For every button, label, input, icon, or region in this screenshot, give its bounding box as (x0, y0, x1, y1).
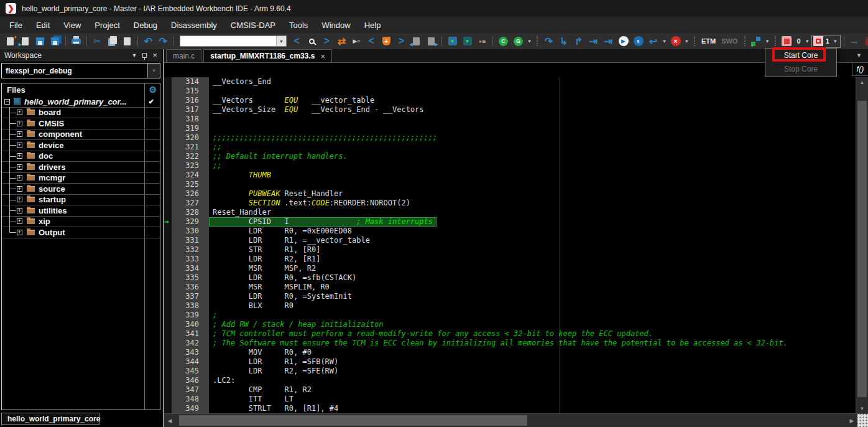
code-line-339[interactable]: 339; (164, 311, 855, 320)
menu-debug[interactable]: Debug (127, 18, 164, 32)
expand-icon[interactable]: + (17, 230, 22, 235)
run-to-cursor-button[interactable]: ⇥ (601, 35, 616, 47)
pin-icon[interactable] (142, 53, 147, 58)
attach-to-running-target-button[interactable]: → (847, 35, 862, 47)
code-line-321[interactable]: 321;; (164, 143, 855, 152)
tree-item-doc[interactable]: +doc (2, 151, 160, 162)
code-line-341[interactable]: 341; TCM controller must perform a read-… (164, 329, 855, 339)
code-line-335[interactable]: 335 LDR R0, =sfb(CSTACK) (164, 273, 855, 283)
tree-item-board[interactable]: +board (2, 108, 160, 119)
navigate-back-button[interactable]: < (290, 35, 304, 47)
breakpoint-gutter[interactable] (164, 96, 172, 105)
code-line-334[interactable]: 334 MSR MSP, R2 (164, 264, 855, 273)
vertical-scrollbar-thumb[interactable] (857, 101, 867, 397)
tree-item-source[interactable]: +source (2, 184, 160, 195)
tree-item-xip[interactable]: +xip (2, 217, 160, 228)
breakpoint-gutter[interactable] (164, 199, 172, 208)
editor-tab-startup-MIMXRT1186-cm33-s[interactable]: startup_MIMXRT1186_cm33.s× (203, 49, 332, 62)
gear-icon[interactable]: ⚙ (149, 85, 157, 95)
code-line-316[interactable]: 316__Vectors EQU __vector_table (164, 96, 855, 105)
step-over-button[interactable]: ↷ (542, 35, 556, 47)
code-line-343[interactable]: 343 MOV R0, #0 (164, 348, 855, 357)
breakpoint-gutter[interactable] (164, 404, 172, 413)
dropdown-caret-icon[interactable]: ▼ (832, 39, 839, 44)
breakpoint-gutter[interactable] (164, 161, 172, 171)
code-line-320[interactable]: 320;;;;;;;;;;;;;;;;;;;;;;;;;;;;;;;;;;;;;… (164, 133, 855, 143)
breakpoint-gutter[interactable] (164, 264, 172, 273)
workspace-project-tab[interactable]: hello_world_primary_core (1, 413, 99, 425)
replace-button[interactable]: ⇄ (335, 35, 349, 47)
breakpoint-gutter[interactable] (164, 385, 172, 395)
vertical-scrollbar[interactable]: ▲ ▼ (856, 77, 868, 413)
menu-help[interactable]: Help (358, 18, 388, 32)
code-line-318[interactable]: 318 (164, 115, 855, 124)
break-all-button[interactable] (862, 35, 868, 47)
expand-icon[interactable]: + (17, 131, 22, 137)
menu-view[interactable]: View (57, 18, 88, 32)
combo-dropdown-icon[interactable]: ▼ (276, 36, 286, 46)
toggle-bookmark-button[interactable]: + (379, 35, 394, 47)
core0-stop-button[interactable] (780, 35, 794, 47)
scroll-down-icon[interactable]: ▼ (856, 403, 868, 413)
core1-start-button[interactable]: 1 ▼ (811, 35, 841, 48)
menu-item-start-core[interactable]: Start Core (765, 49, 836, 62)
tree-item-component[interactable]: +component (2, 129, 160, 141)
code-line-333[interactable]: 333 LDR R2, [R1] (164, 255, 855, 264)
breakpoint-gutter[interactable] (164, 115, 172, 124)
breakpoint-gutter[interactable] (164, 180, 172, 189)
code-line-349[interactable]: 349 STRLT R0, [R1], #4 (164, 404, 855, 413)
scroll-up-icon[interactable]: ▲ (856, 77, 868, 87)
horizontal-scrollbar-thumb[interactable] (179, 415, 527, 426)
breakpoint-gutter[interactable] (164, 236, 172, 245)
breakpoint-gutter[interactable] (164, 189, 172, 199)
breakpoint-gutter[interactable] (164, 255, 172, 264)
code-line-317[interactable]: 317__Vectors_Size EQU __Vectors_End - __… (164, 105, 855, 115)
tree-item-drivers[interactable]: +drivers (2, 162, 160, 173)
expand-icon[interactable]: + (17, 143, 22, 148)
code-line-347[interactable]: 347 CMP R1, R2 (164, 385, 855, 395)
next-document-button[interactable]: ▸ (424, 35, 438, 47)
breakpoint-gutter[interactable] (164, 320, 172, 329)
go-button[interactable]: ▶ (616, 35, 630, 47)
expand-icon[interactable]: + (17, 208, 22, 214)
copy-button[interactable] (105, 35, 119, 47)
reset-target-button[interactable]: C (496, 35, 510, 47)
menu-tools[interactable]: Tools (282, 18, 315, 32)
tab-close-icon[interactable]: × (320, 52, 325, 61)
code-line-322[interactable]: 322;; Default interrupt handlers. (164, 152, 855, 161)
editor-tab-main-c[interactable]: main.c (166, 49, 201, 62)
build-config-selector[interactable]: flexspi_nor_debug ˅ (1, 63, 160, 78)
tree-item-device[interactable]: +device (2, 140, 160, 151)
etm-button[interactable]: ETM (699, 37, 718, 45)
tree-item-startup[interactable]: +startup (2, 195, 160, 206)
save-all-button[interactable] (48, 35, 62, 47)
code-line-314[interactable]: 314__Vectors_End (164, 77, 855, 87)
tree-item-output[interactable]: +Output (2, 227, 160, 238)
workspace-dropdown-icon[interactable]: ▼ (131, 52, 137, 59)
dropdown-caret-icon[interactable]: ▼ (683, 39, 690, 44)
go-target-button[interactable]: G (511, 35, 525, 47)
expand-icon[interactable]: + (17, 153, 22, 159)
breakpoint-gutter[interactable] (164, 311, 172, 320)
previous-bookmark-button[interactable]: < (364, 35, 379, 47)
code-line-319[interactable]: 319 (164, 124, 855, 133)
menu-edit[interactable]: Edit (29, 18, 57, 32)
breakpoint-gutter[interactable] (164, 227, 172, 236)
code-line-336[interactable]: 336 MSR MSPLIM, R0 (164, 283, 855, 292)
breakpoint-gutter[interactable] (164, 283, 172, 292)
code-line-332[interactable]: 332 STR R1, [R0] (164, 245, 855, 255)
code-line-337[interactable]: 337 LDR R0, =SystemInit (164, 292, 855, 301)
code-line-348[interactable]: 348 ITT LT (164, 395, 855, 404)
breakpoint-gutter[interactable] (164, 87, 172, 96)
breakpoint-gutter[interactable] (164, 124, 172, 133)
paste-button[interactable] (120, 35, 134, 47)
code-line-325[interactable]: 325 (164, 180, 855, 189)
goto-button[interactable]: ▶≡ (349, 35, 364, 47)
undo-button[interactable]: ↶ (141, 35, 155, 47)
workspace-close-icon[interactable]: × (152, 52, 157, 59)
scroll-right-icon[interactable]: ▶ (846, 414, 857, 427)
step-out-button[interactable]: ↱ (571, 35, 586, 47)
resize-grip[interactable] (857, 414, 868, 427)
tree-item-mcmgr[interactable]: +mcmgr (2, 173, 160, 184)
breakpoint-gutter[interactable] (164, 171, 172, 180)
